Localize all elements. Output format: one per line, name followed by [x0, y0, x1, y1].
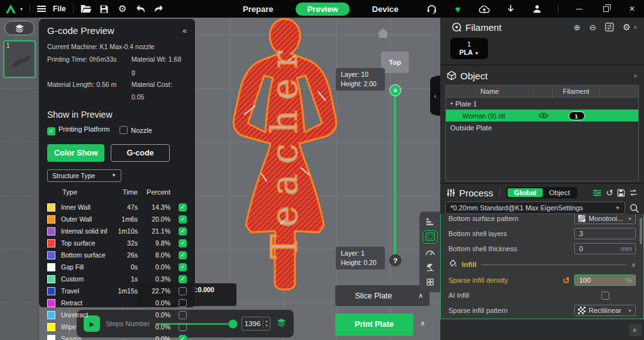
object-row-selected[interactable]: Woman (9).stl 1: [446, 110, 638, 122]
column-visibility: [534, 86, 553, 97]
color-show-button[interactable]: Color Show: [47, 144, 104, 162]
tab-prepare[interactable]: Prepare: [234, 3, 282, 16]
nozzle-checkbox[interactable]: Nozzle: [119, 126, 152, 134]
steps-slider-handle[interactable]: [228, 319, 238, 329]
column-name: Name: [446, 86, 534, 97]
viewport-3d[interactable]: Teacher Top Layer: 10 Height: 2.00 + Lay…: [0, 18, 440, 340]
ai-infill-checkbox[interactable]: [601, 292, 609, 300]
open-folder-icon[interactable]: [80, 3, 92, 14]
close-button[interactable]: ✕: [626, 3, 638, 14]
visibility-eye-icon[interactable]: [534, 113, 553, 118]
type-visibility-checkbox[interactable]: [179, 311, 187, 319]
remove-filament-icon[interactable]: ⊖: [589, 23, 596, 32]
model-woman-silhouette[interactable]: Teacher: [225, 16, 345, 293]
preset-dropdown[interactable]: *0.20mm Standard@K1 Max EigenSettings ▼: [445, 201, 625, 214]
layer-slider-bottom-handle[interactable]: ?: [389, 254, 401, 266]
sync-filament-icon[interactable]: [605, 23, 614, 31]
tab-object[interactable]: Object: [543, 188, 576, 197]
type-visibility-checkbox[interactable]: ✓: [179, 203, 187, 212]
fan-radar-icon[interactable]: [423, 261, 438, 274]
save-icon[interactable]: [99, 3, 110, 14]
minimize-button[interactable]: [574, 3, 585, 14]
parameter-list-icon[interactable]: [592, 189, 602, 197]
panel-collapse-icon[interactable]: «: [182, 26, 187, 35]
type-label: Top surface: [61, 239, 108, 247]
file-menu[interactable]: File: [53, 4, 66, 13]
steps-value-stepper[interactable]: 1396 ▲▼: [242, 317, 270, 331]
type-visibility-checkbox[interactable]: ✓: [179, 275, 187, 283]
object-row-plate[interactable]: ▾ Plate 1: [446, 98, 638, 110]
tree-expand-icon[interactable]: ▾: [450, 101, 453, 106]
transfer-preset-icon[interactable]: [629, 189, 638, 196]
revert-value-icon[interactable]: ↺: [562, 275, 570, 285]
save-preset-icon[interactable]: [617, 189, 625, 197]
sparse-infill-density-input[interactable]: 100 %: [574, 275, 636, 286]
infill-section-header[interactable]: Infill ∧: [448, 256, 636, 273]
filament-slot-1[interactable]: 1 PLA▼: [450, 38, 488, 59]
filament-assignment-pill[interactable]: 1: [569, 111, 585, 120]
sparse-infill-pattern-dropdown[interactable]: Rectilinear ▼: [574, 305, 636, 316]
reset-preset-icon[interactable]: ↺: [606, 188, 613, 198]
gcode-button[interactable]: G-code: [111, 144, 169, 162]
plate-view-icon[interactable]: [423, 230, 438, 244]
bottom-shell-thickness-input[interactable]: 0 mm: [574, 243, 636, 254]
search-settings-icon[interactable]: [630, 203, 639, 213]
steps-view-icon[interactable]: [423, 215, 438, 229]
plate-thumbnail[interactable]: 1: [3, 40, 36, 78]
speed-gauge-icon[interactable]: [423, 246, 438, 259]
object-name: Woman (9).stl: [446, 112, 534, 120]
stepper-arrows[interactable]: ▲▼: [263, 319, 270, 328]
plate-list-toggle[interactable]: [4, 21, 35, 35]
type-visibility-checkbox[interactable]: [179, 299, 187, 307]
cloud-upload-icon[interactable]: [479, 3, 490, 14]
layer-slider-top-handle[interactable]: +: [389, 84, 401, 96]
favorite-heart-icon[interactable]: ♥: [452, 3, 464, 14]
type-visibility-checkbox[interactable]: ✓: [179, 263, 187, 271]
user-account-icon[interactable]: [531, 3, 543, 14]
bottom-shell-layers-input[interactable]: 3: [574, 228, 636, 239]
type-visibility-checkbox[interactable]: [179, 287, 187, 295]
slice-options-chevron[interactable]: ∧: [412, 292, 430, 300]
type-visibility-checkbox[interactable]: [179, 323, 187, 331]
type-color-swatch: [47, 311, 55, 319]
type-visibility-checkbox[interactable]: ✓: [179, 215, 187, 224]
app-logo-icon[interactable]: [5, 3, 16, 14]
tab-global[interactable]: Global: [508, 188, 543, 197]
viewcube-top-face[interactable]: Top: [381, 52, 409, 73]
structure-type-dropdown[interactable]: Structure Type ▼: [47, 169, 121, 182]
undo-icon[interactable]: [135, 3, 147, 14]
print-options-chevron[interactable]: ∧: [414, 319, 431, 327]
support-headset-icon[interactable]: [426, 3, 437, 14]
pattern-circles-icon[interactable]: [423, 276, 438, 289]
printing-platform-checkbox[interactable]: ✓Printing Platform: [47, 125, 109, 135]
add-filament-icon[interactable]: ⊕: [574, 23, 580, 32]
slice-plate-button[interactable]: Slice Plate ∧: [335, 285, 430, 306]
restore-window-button[interactable]: [600, 3, 611, 14]
download-icon[interactable]: [505, 3, 516, 14]
settings-scrollbar[interactable]: [640, 218, 642, 244]
panel-collapse-handle[interactable]: ‹: [430, 76, 440, 116]
home-view-icon[interactable]: [376, 28, 390, 41]
type-visibility-checkbox[interactable]: ✓: [179, 239, 187, 247]
type-visibility-checkbox[interactable]: ✓: [179, 251, 187, 259]
layers-icon[interactable]: [276, 317, 287, 330]
type-visibility-checkbox[interactable]: ✓: [179, 335, 187, 340]
scroll-top-button[interactable]: «: [629, 324, 641, 336]
layer-slider-track[interactable]: [394, 90, 396, 261]
redo-icon[interactable]: [153, 3, 165, 14]
settings-gear-icon[interactable]: ⚙: [117, 3, 128, 14]
bottom-surface-pattern-dropdown[interactable]: Monotoni... ▼: [574, 214, 636, 224]
collapse-section-icon[interactable]: «: [633, 74, 640, 77]
print-plate-button[interactable]: Print Plate: [335, 314, 413, 336]
type-visibility-checkbox[interactable]: ✓: [179, 227, 187, 235]
menu-icon[interactable]: [37, 6, 46, 12]
filament-settings-gear-icon[interactable]: ⚙: [623, 22, 631, 32]
collapse-chevron-icon[interactable]: ∧: [631, 261, 636, 268]
collapse-section-icon[interactable]: «: [633, 25, 640, 29]
show-in-preview-title: Show in Preview: [47, 110, 187, 120]
tab-preview[interactable]: Preview: [296, 3, 349, 16]
type-color-swatch: [47, 239, 55, 247]
tab-device[interactable]: Device: [364, 3, 408, 16]
object-row-outside-plate[interactable]: Outside Plate: [446, 122, 638, 133]
logo-chevron-icon[interactable]: ▾: [20, 6, 23, 12]
